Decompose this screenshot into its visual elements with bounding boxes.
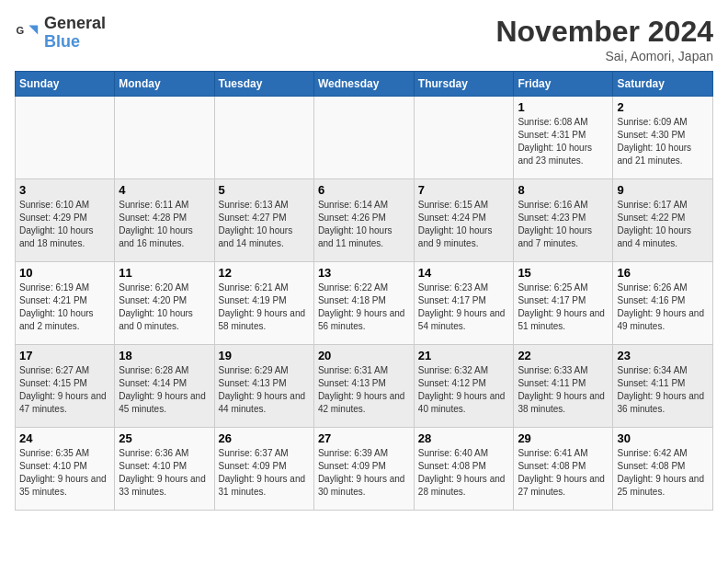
day-number: 23	[617, 349, 709, 362]
day-number: 12	[219, 266, 310, 280]
title-block: November 2024 Sai, Aomori, Japan	[495, 15, 713, 63]
calendar-day-cell: 11Sunrise: 6:20 AM Sunset: 4:20 PM Dayli…	[115, 262, 214, 345]
day-number: 3	[19, 183, 110, 197]
day-info: Sunrise: 6:29 AM Sunset: 4:13 PM Dayligh…	[219, 364, 310, 416]
day-info: Sunrise: 6:19 AM Sunset: 4:21 PM Dayligh…	[19, 282, 110, 333]
day-info: Sunrise: 6:16 AM Sunset: 4:23 PM Dayligh…	[518, 199, 609, 250]
day-info: Sunrise: 6:15 AM Sunset: 4:24 PM Dayligh…	[418, 199, 510, 250]
weekday-header-cell: Monday	[115, 72, 214, 97]
day-info: Sunrise: 6:09 AM Sunset: 4:30 PM Dayligh…	[617, 116, 709, 167]
calendar-week-row: 3Sunrise: 6:10 AM Sunset: 4:29 PM Daylig…	[16, 179, 713, 262]
calendar-day-cell: 29Sunrise: 6:41 AM Sunset: 4:08 PM Dayli…	[514, 428, 613, 511]
day-number: 14	[418, 266, 510, 280]
day-number: 6	[318, 183, 410, 197]
calendar-day-cell	[313, 97, 414, 179]
weekday-header-cell: Wednesday	[313, 72, 414, 97]
day-number: 10	[19, 266, 110, 280]
logo-text: General Blue	[44, 15, 106, 52]
weekday-header-cell: Tuesday	[214, 72, 313, 97]
day-info: Sunrise: 6:23 AM Sunset: 4:17 PM Dayligh…	[418, 282, 510, 333]
day-info: Sunrise: 6:28 AM Sunset: 4:14 PM Dayligh…	[119, 364, 210, 416]
day-number: 19	[219, 349, 310, 362]
day-number: 22	[518, 349, 609, 362]
day-info: Sunrise: 6:41 AM Sunset: 4:08 PM Dayligh…	[518, 447, 609, 499]
calendar-day-cell	[115, 97, 214, 179]
day-number: 9	[617, 183, 709, 197]
day-number: 26	[219, 431, 310, 445]
calendar-day-cell: 10Sunrise: 6:19 AM Sunset: 4:21 PM Dayli…	[16, 262, 115, 345]
day-info: Sunrise: 6:40 AM Sunset: 4:08 PM Dayligh…	[418, 447, 510, 499]
logo-icon: G	[15, 20, 40, 46]
calendar-week-row: 1Sunrise: 6:08 AM Sunset: 4:31 PM Daylig…	[16, 97, 713, 179]
day-info: Sunrise: 6:17 AM Sunset: 4:22 PM Dayligh…	[617, 199, 709, 250]
weekday-header-cell: Friday	[514, 72, 613, 97]
calendar-day-cell: 26Sunrise: 6:37 AM Sunset: 4:09 PM Dayli…	[214, 428, 313, 511]
day-number: 4	[119, 183, 210, 197]
page-header: G General Blue November 2024 Sai, Aomori…	[15, 15, 713, 63]
day-info: Sunrise: 6:27 AM Sunset: 4:15 PM Dayligh…	[19, 364, 110, 416]
logo: G General Blue	[15, 15, 106, 52]
calendar-day-cell: 17Sunrise: 6:27 AM Sunset: 4:15 PM Dayli…	[16, 345, 115, 428]
calendar-day-cell: 23Sunrise: 6:34 AM Sunset: 4:11 PM Dayli…	[613, 345, 713, 428]
calendar-day-cell: 1Sunrise: 6:08 AM Sunset: 4:31 PM Daylig…	[514, 97, 613, 179]
weekday-header-cell: Sunday	[16, 72, 115, 97]
day-info: Sunrise: 6:25 AM Sunset: 4:17 PM Dayligh…	[518, 282, 609, 333]
calendar-day-cell: 21Sunrise: 6:32 AM Sunset: 4:12 PM Dayli…	[414, 345, 514, 428]
day-number: 24	[19, 431, 110, 445]
calendar-day-cell: 18Sunrise: 6:28 AM Sunset: 4:14 PM Dayli…	[115, 345, 214, 428]
day-number: 7	[418, 183, 510, 197]
day-number: 27	[318, 431, 410, 445]
day-number: 5	[219, 183, 310, 197]
day-number: 30	[617, 431, 709, 445]
day-number: 11	[119, 266, 210, 280]
day-number: 17	[19, 349, 110, 362]
day-number: 16	[617, 266, 709, 280]
calendar-day-cell: 3Sunrise: 6:10 AM Sunset: 4:29 PM Daylig…	[16, 179, 115, 262]
calendar-day-cell: 28Sunrise: 6:40 AM Sunset: 4:08 PM Dayli…	[414, 428, 514, 511]
day-info: Sunrise: 6:14 AM Sunset: 4:26 PM Dayligh…	[318, 199, 410, 250]
calendar-day-cell: 13Sunrise: 6:22 AM Sunset: 4:18 PM Dayli…	[313, 262, 414, 345]
calendar-day-cell: 2Sunrise: 6:09 AM Sunset: 4:30 PM Daylig…	[613, 97, 713, 179]
weekday-header-cell: Thursday	[414, 72, 514, 97]
calendar-day-cell: 8Sunrise: 6:16 AM Sunset: 4:23 PM Daylig…	[514, 179, 613, 262]
day-info: Sunrise: 6:31 AM Sunset: 4:13 PM Dayligh…	[318, 364, 410, 416]
day-info: Sunrise: 6:13 AM Sunset: 4:27 PM Dayligh…	[219, 199, 310, 250]
calendar-day-cell: 16Sunrise: 6:26 AM Sunset: 4:16 PM Dayli…	[613, 262, 713, 345]
svg-text:G: G	[16, 25, 24, 36]
day-info: Sunrise: 6:36 AM Sunset: 4:10 PM Dayligh…	[119, 447, 210, 499]
calendar-body: 1Sunrise: 6:08 AM Sunset: 4:31 PM Daylig…	[16, 97, 713, 511]
calendar-day-cell	[214, 97, 313, 179]
day-number: 15	[518, 266, 609, 280]
calendar-day-cell: 25Sunrise: 6:36 AM Sunset: 4:10 PM Dayli…	[115, 428, 214, 511]
day-number: 25	[119, 431, 210, 445]
day-info: Sunrise: 6:34 AM Sunset: 4:11 PM Dayligh…	[617, 364, 709, 416]
calendar-day-cell: 19Sunrise: 6:29 AM Sunset: 4:13 PM Dayli…	[214, 345, 313, 428]
calendar-day-cell: 5Sunrise: 6:13 AM Sunset: 4:27 PM Daylig…	[214, 179, 313, 262]
day-info: Sunrise: 6:21 AM Sunset: 4:19 PM Dayligh…	[219, 282, 310, 333]
calendar-table: SundayMondayTuesdayWednesdayThursdayFrid…	[15, 71, 713, 511]
day-info: Sunrise: 6:11 AM Sunset: 4:28 PM Dayligh…	[119, 199, 210, 250]
calendar-week-row: 10Sunrise: 6:19 AM Sunset: 4:21 PM Dayli…	[16, 262, 713, 345]
day-number: 29	[518, 431, 609, 445]
weekday-header-cell: Saturday	[613, 72, 713, 97]
day-number: 20	[318, 349, 410, 362]
weekday-header-row: SundayMondayTuesdayWednesdayThursdayFrid…	[16, 72, 713, 97]
svg-marker-1	[28, 25, 38, 34]
calendar-day-cell: 30Sunrise: 6:42 AM Sunset: 4:08 PM Dayli…	[613, 428, 713, 511]
day-info: Sunrise: 6:26 AM Sunset: 4:16 PM Dayligh…	[617, 282, 709, 333]
day-info: Sunrise: 6:33 AM Sunset: 4:11 PM Dayligh…	[518, 364, 609, 416]
calendar-day-cell: 22Sunrise: 6:33 AM Sunset: 4:11 PM Dayli…	[514, 345, 613, 428]
location-subtitle: Sai, Aomori, Japan	[495, 49, 713, 63]
day-number: 18	[119, 349, 210, 362]
calendar-day-cell: 14Sunrise: 6:23 AM Sunset: 4:17 PM Dayli…	[414, 262, 514, 345]
calendar-day-cell	[16, 97, 115, 179]
day-info: Sunrise: 6:35 AM Sunset: 4:10 PM Dayligh…	[19, 447, 110, 499]
day-info: Sunrise: 6:22 AM Sunset: 4:18 PM Dayligh…	[318, 282, 410, 333]
calendar-day-cell: 12Sunrise: 6:21 AM Sunset: 4:19 PM Dayli…	[214, 262, 313, 345]
calendar-week-row: 17Sunrise: 6:27 AM Sunset: 4:15 PM Dayli…	[16, 345, 713, 428]
calendar-day-cell: 20Sunrise: 6:31 AM Sunset: 4:13 PM Dayli…	[313, 345, 414, 428]
day-number: 8	[518, 183, 609, 197]
day-info: Sunrise: 6:32 AM Sunset: 4:12 PM Dayligh…	[418, 364, 510, 416]
calendar-day-cell: 27Sunrise: 6:39 AM Sunset: 4:09 PM Dayli…	[313, 428, 414, 511]
day-info: Sunrise: 6:10 AM Sunset: 4:29 PM Dayligh…	[19, 199, 110, 250]
